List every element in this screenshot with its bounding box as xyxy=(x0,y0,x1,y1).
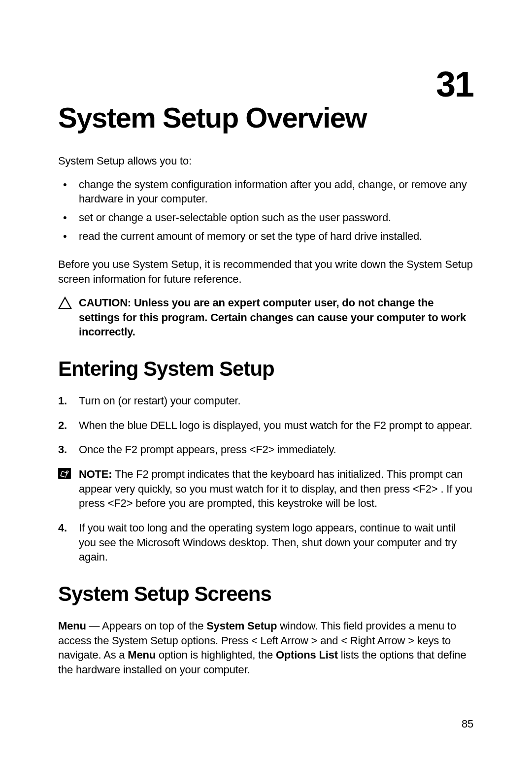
note-admonition: NOTE: The F2 prompt indicates that the k… xyxy=(58,467,475,511)
step-item: 4. If you wait too long and the operatin… xyxy=(58,521,475,564)
list-item-text: change the system configuration informat… xyxy=(79,177,475,206)
bullet-icon: • xyxy=(58,210,79,225)
section-heading-screens: System Setup Screens xyxy=(58,582,475,606)
intro-bullet-list: • change the system configuration inform… xyxy=(58,177,475,244)
chapter-number: 31 xyxy=(436,66,473,102)
list-item: • change the system configuration inform… xyxy=(58,177,475,206)
note-body: The F2 prompt indicates that the keyboar… xyxy=(79,468,472,509)
steps-list: 1. Turn on (or restart) your computer. 2… xyxy=(58,394,475,457)
text: option is highlighted, the xyxy=(156,649,276,661)
caution-triangle-icon xyxy=(58,296,79,309)
term-menu-2: Menu xyxy=(128,649,156,661)
page-number: 85 xyxy=(462,718,473,730)
step-text: When the blue DELL logo is displayed, yo… xyxy=(79,418,475,433)
steps-list-cont: 4. If you wait too long and the operatin… xyxy=(58,521,475,564)
step-text: If you wait too long and the operating s… xyxy=(79,521,475,564)
list-item: • read the current amount of memory or s… xyxy=(58,229,475,244)
step-number: 1. xyxy=(58,394,79,408)
note-label: NOTE: xyxy=(79,468,112,480)
step-number: 4. xyxy=(58,521,79,535)
bullet-icon: • xyxy=(58,177,79,192)
step-item: 1. Turn on (or restart) your computer. xyxy=(58,394,475,408)
term-system-setup: System Setup xyxy=(206,620,277,632)
intro-paragraph: System Setup allows you to: xyxy=(58,154,475,168)
step-number: 2. xyxy=(58,418,79,433)
section-heading-entering: Entering System Setup xyxy=(58,357,475,381)
list-item-text: set or change a user-selectable option s… xyxy=(79,210,475,225)
text: — Appears on top of the xyxy=(86,620,207,632)
caution-text: CAUTION: Unless you are an expert comput… xyxy=(79,296,475,339)
pre-caution-paragraph: Before you use System Setup, it is recom… xyxy=(58,257,475,286)
caution-body: Unless you are an expert computer user, … xyxy=(79,297,466,338)
caution-label: CAUTION: xyxy=(79,297,131,309)
step-text: Turn on (or restart) your computer. xyxy=(79,394,475,408)
page-title: System Setup Overview xyxy=(58,101,475,134)
document-page: 31 System Setup Overview System Setup al… xyxy=(0,0,532,761)
step-item: 2. When the blue DELL logo is displayed,… xyxy=(58,418,475,433)
step-number: 3. xyxy=(58,442,79,457)
note-pencil-icon xyxy=(58,467,79,479)
term-options-list: Options List xyxy=(276,649,338,661)
caution-admonition: CAUTION: Unless you are an expert comput… xyxy=(58,296,475,339)
note-text: NOTE: The F2 prompt indicates that the k… xyxy=(79,467,475,511)
screens-paragraph: Menu — Appears on top of the System Setu… xyxy=(58,619,475,677)
step-text: Once the F2 prompt appears, press <F2> i… xyxy=(79,442,475,457)
list-item-text: read the current amount of memory or set… xyxy=(79,229,475,244)
bullet-icon: • xyxy=(58,229,79,244)
list-item: • set or change a user-selectable option… xyxy=(58,210,475,225)
step-item: 3. Once the F2 prompt appears, press <F2… xyxy=(58,442,475,457)
term-menu: Menu xyxy=(58,620,86,632)
